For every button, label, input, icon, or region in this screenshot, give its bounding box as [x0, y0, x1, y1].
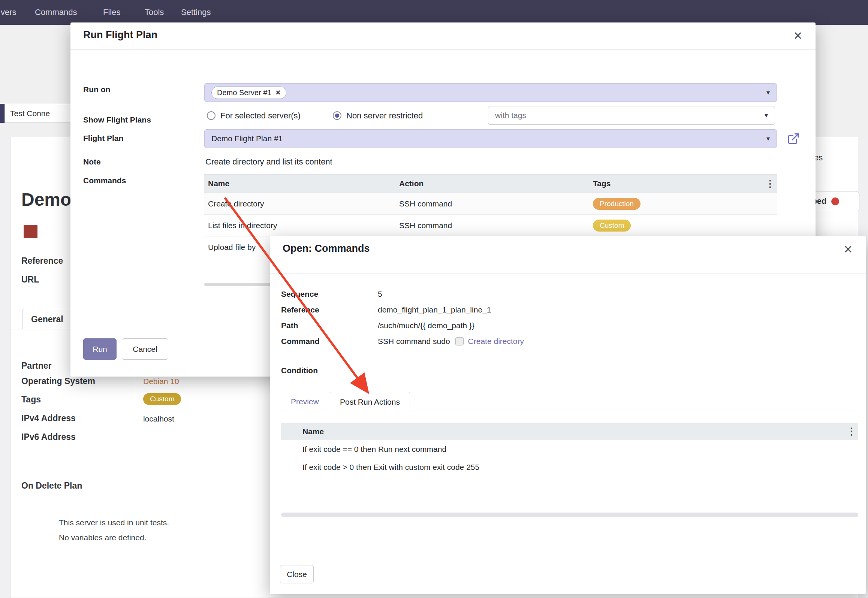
nav-item-tools[interactable]: Tools	[145, 0, 164, 25]
cell-name: Create directory	[204, 199, 395, 208]
ipv6-label: IPv6 Address	[21, 432, 76, 442]
cancel-button[interactable]: Cancel	[122, 338, 168, 360]
note-label: Note	[83, 157, 101, 166]
close-button[interactable]: Close	[280, 565, 314, 583]
tab-post-run-actions[interactable]: Post Run Actions	[330, 392, 410, 411]
remove-tag-icon[interactable]: ✕	[275, 89, 281, 97]
nav-item-files[interactable]: Files	[103, 0, 120, 25]
variables-note: No variables are defined.	[59, 533, 146, 542]
field-divider	[135, 361, 135, 501]
header-name[interactable]: Name	[302, 427, 845, 436]
radio-non-server-restricted[interactable]	[333, 111, 341, 120]
chevron-down-icon[interactable]: ▾	[766, 88, 770, 97]
reference-label: Reference	[281, 305, 319, 314]
cell-tags: Production	[589, 198, 777, 210]
chevron-down-icon[interactable]: ▾	[765, 111, 768, 120]
chevron-down-icon[interactable]: ▾	[766, 135, 770, 143]
create-directory-link[interactable]: Create directory	[468, 337, 524, 345]
header-tags[interactable]: Tags	[589, 179, 763, 188]
close-icon[interactable]: ×	[842, 240, 855, 259]
server-tag-pill[interactable]: Demo Server #1 ✕	[211, 87, 286, 99]
cell-name: If exit code > 0 then Exit with custom e…	[302, 463, 858, 472]
external-link-icon[interactable]	[787, 132, 800, 145]
condition-label: Condition	[281, 366, 318, 375]
divider	[373, 362, 373, 380]
cell-name: List files in directory	[204, 221, 395, 230]
tag-badge-custom[interactable]: Custom	[143, 393, 181, 405]
status-dot-icon	[831, 197, 839, 205]
flight-plan-label: Flight Plan	[83, 134, 123, 143]
table-header: Name ⋮	[281, 423, 858, 440]
color-swatch[interactable]	[24, 225, 37, 238]
table-row[interactable]: If exit code == 0 then Run next command	[281, 440, 858, 458]
run-on-label: Run on	[83, 85, 110, 94]
tag-badge-production: Production	[593, 198, 641, 210]
radio-non-server-label: Non server restricted	[346, 111, 423, 121]
header-divider	[270, 274, 866, 274]
cell-action: SSH command	[395, 199, 589, 208]
header-divider	[70, 49, 816, 50]
nav-item-settings[interactable]: Settings	[181, 0, 211, 25]
run-button[interactable]: Run	[83, 338, 117, 360]
server-title: Demo	[21, 189, 71, 210]
tab-preview[interactable]: Preview	[281, 392, 329, 411]
nav-item-commands[interactable]: Commands	[35, 0, 77, 25]
dialog-title: Open: Commands	[283, 243, 370, 254]
top-nav: vers Commands Files Tools Settings	[0, 0, 868, 25]
flight-plan-select[interactable]: Demo Flight Plan #1 ▾	[204, 129, 777, 148]
command-text: SSH command sudo	[378, 337, 450, 345]
close-icon[interactable]: ×	[792, 26, 804, 45]
screen: vers Commands Files Tools Settings Test …	[0, 0, 868, 598]
tag-badge-custom: Custom	[593, 220, 631, 232]
partial-primary-button[interactable]	[0, 104, 4, 123]
header-action[interactable]: Action	[395, 179, 589, 188]
server-tag-label: Demo Server #1	[217, 88, 272, 97]
reference-value: demo_flight_plan_1_plan_line_1	[378, 305, 491, 314]
note-value: Create directory and list its content	[205, 157, 332, 167]
cell-name: If exit code == 0 then Run next command	[302, 445, 858, 454]
post-run-actions-table: Name ⋮ If exit code == 0 then Run next c…	[281, 423, 858, 494]
command-label: Command	[281, 337, 320, 346]
cell-tags: Custom	[589, 220, 777, 232]
column-options-icon[interactable]: ⋮	[763, 178, 777, 190]
with-tags-placeholder: with tags	[495, 111, 526, 120]
on-delete-plan-label: On Delete Plan	[21, 481, 82, 491]
sequence-value: 5	[378, 290, 382, 299]
table-row[interactable]: If exit code > 0 then Exit with custom e…	[281, 458, 858, 476]
tags-value: Custom	[143, 393, 181, 405]
cell-action: SSH command	[395, 221, 589, 230]
partner-label: Partner	[21, 361, 52, 371]
os-value-link[interactable]: Debian 10	[143, 377, 179, 386]
with-tags-select[interactable]: with tags ▾	[488, 106, 775, 125]
tags-label: Tags	[21, 395, 41, 405]
test-connection-button[interactable]: Test Conne	[4, 104, 71, 123]
radio-selected-servers[interactable]	[207, 111, 216, 120]
flight-plan-value: Demo Flight Plan #1	[211, 134, 283, 143]
horizontal-scrollbar[interactable]	[281, 513, 858, 517]
column-options-icon[interactable]: ⋮	[845, 426, 858, 437]
nav-item-servers[interactable]: vers	[1, 0, 16, 25]
empty-row	[281, 476, 858, 494]
sequence-label: Sequence	[281, 290, 318, 299]
table-row[interactable]: List files in directory SSH command Cust…	[204, 215, 777, 236]
header-name[interactable]: Name	[204, 179, 395, 188]
checkbox[interactable]	[455, 337, 464, 345]
table-row[interactable]: Create directory SSH command Production	[204, 193, 777, 215]
show-flight-plans-label: Show Flight Plans	[83, 115, 151, 124]
path-label: Path	[281, 321, 298, 330]
commands-label: Commands	[83, 176, 126, 185]
radio-selected-servers-label: For selected server(s)	[220, 111, 301, 121]
reference-label: Reference	[21, 256, 63, 266]
run-on-field[interactable]: Demo Server #1 ✕ ▾	[204, 83, 777, 102]
url-label: URL	[21, 275, 39, 285]
ipv4-value: localhost	[143, 414, 174, 423]
ipv4-label: IPv4 Address	[21, 413, 76, 423]
tabs-bar: Preview Post Run Actions	[281, 392, 855, 411]
divider	[197, 292, 197, 328]
command-value: SSH command sudoCreate directory	[378, 337, 524, 346]
path-value: /such/much/{{ demo_path }}	[378, 321, 474, 330]
dialog-title: Run Flight Plan	[83, 29, 157, 41]
commands-table-header: Name Action Tags ⋮	[204, 174, 777, 193]
os-label: Operating System	[21, 376, 95, 386]
unit-test-note: This server is used in unit tests.	[59, 518, 169, 527]
